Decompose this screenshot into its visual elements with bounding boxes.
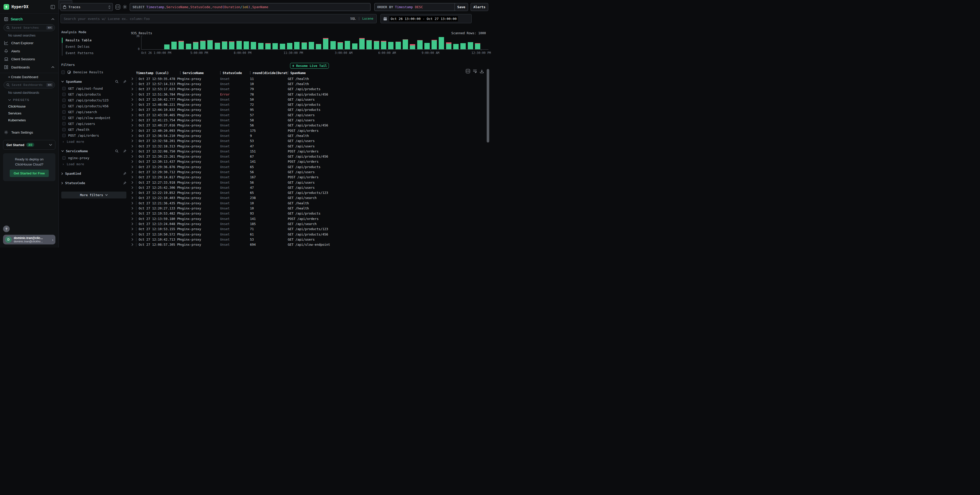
checkbox[interactable] xyxy=(62,93,65,96)
sidebar-item-team-settings[interactable]: Team Settings xyxy=(0,128,59,136)
table-row[interactable]: Oct 27 12:59:35.478 PM nginx-proxy Unset… xyxy=(131,76,485,81)
histogram-bar-slot[interactable] xyxy=(358,36,365,49)
table-row[interactable]: Oct 27 12:32:18.313 PM nginx-proxy Unset… xyxy=(131,143,485,149)
histogram-bar-slot[interactable] xyxy=(438,36,445,49)
table-row[interactable]: Oct 27 12:41:23.754 PM nginx-proxy Unset… xyxy=(131,118,485,123)
sidebar-item-dashboards[interactable]: Dashboards xyxy=(0,63,59,71)
column-header-servicename[interactable]: ServiceName xyxy=(180,71,220,75)
table-row[interactable]: Oct 27 12:32:58.201 PM nginx-proxy Unset… xyxy=(131,138,485,143)
table-row[interactable]: Oct 27 12:20:27.133 PM nginx-proxy Unset… xyxy=(131,205,485,211)
table-row[interactable]: Oct 27 12:32:08.750 PM nginx-proxy Unset… xyxy=(131,149,485,154)
get-started-free-button[interactable]: Get Started for Free xyxy=(10,170,49,177)
collapse-sidebar-icon[interactable] xyxy=(51,5,55,9)
checkbox[interactable] xyxy=(61,70,65,74)
servicename-load-more[interactable]: ›Load more xyxy=(61,161,126,166)
histogram-bar-slot[interactable] xyxy=(474,36,481,49)
expand-row-icon[interactable] xyxy=(131,217,136,220)
table-row[interactable]: Oct 27 12:30:13.437 PM nginx-proxy Unset… xyxy=(131,159,485,164)
pin-icon[interactable] xyxy=(123,181,126,185)
histogram-bar-slot[interactable] xyxy=(192,36,199,49)
histogram-bar-slot[interactable] xyxy=(416,36,423,49)
expand-row-icon[interactable] xyxy=(131,196,136,199)
table-row[interactable]: Oct 27 12:22:19.852 PM nginx-proxy Unset… xyxy=(131,190,485,196)
expand-row-icon[interactable] xyxy=(131,233,136,236)
histogram-bar-slot[interactable] xyxy=(163,36,170,49)
checkbox[interactable] xyxy=(62,156,65,160)
column-header-duration[interactable]: round(divide(Duration, xyxy=(250,71,288,75)
filter-group-servicename[interactable]: ServiceName xyxy=(61,149,126,153)
mode-results-table[interactable]: Results Table xyxy=(62,37,126,43)
table-row[interactable]: Oct 27 12:10:42.713 PM nginx-proxy Unset… xyxy=(131,237,485,242)
table-row[interactable]: Oct 27 12:29:30.712 PM nginx-proxy Unset… xyxy=(131,169,485,175)
column-resize-handle[interactable] xyxy=(180,71,181,74)
table-row[interactable]: Oct 27 12:50:42.777 PM nginx-proxy Unset… xyxy=(131,97,485,102)
histogram-bar-slot[interactable] xyxy=(329,36,337,49)
filter-checkbox-item[interactable]: GET /health xyxy=(61,127,126,132)
histogram-bar-slot[interactable] xyxy=(185,36,192,49)
checkbox[interactable] xyxy=(62,105,65,108)
histogram-bar-slot[interactable] xyxy=(351,36,358,49)
get-started-toggle[interactable]: Get Started 3/3 xyxy=(3,140,56,150)
filter-checkbox-item[interactable]: GET /api/search xyxy=(61,109,126,115)
histogram-bar-slot[interactable] xyxy=(301,36,308,49)
expand-row-icon[interactable] xyxy=(131,223,136,225)
filter-checkbox-item[interactable]: GET /api/users xyxy=(61,121,126,127)
column-resize-handle[interactable] xyxy=(250,71,250,74)
search-icon[interactable] xyxy=(115,80,118,83)
expand-row-icon[interactable] xyxy=(131,155,136,158)
histogram-bar-slot[interactable] xyxy=(467,36,474,49)
table-row[interactable]: Oct 27 12:19:53.482 PM nginx-proxy Unset… xyxy=(131,211,485,216)
histogram-bar-slot[interactable] xyxy=(293,36,301,49)
checkbox[interactable] xyxy=(62,110,65,114)
histogram-bar-slot[interactable] xyxy=(431,36,438,49)
mode-event-patterns[interactable]: Event Patterns xyxy=(62,50,126,56)
table-row[interactable]: Oct 27 12:44:10.832 PM nginx-proxy Unset… xyxy=(131,107,485,112)
pin-icon[interactable] xyxy=(123,80,126,83)
expand-row-icon[interactable] xyxy=(131,181,136,184)
histogram-bar-slot[interactable] xyxy=(214,36,221,49)
filter-group-spankind[interactable]: SpanKind xyxy=(61,172,126,175)
histogram-bar-slot[interactable] xyxy=(286,36,293,49)
source-selector[interactable]: Traces xyxy=(60,3,113,11)
histogram-bar-slot[interactable] xyxy=(315,36,322,49)
table-row[interactable]: Oct 27 12:10:50.572 PM nginx-proxy Unset… xyxy=(131,232,485,237)
table-row[interactable]: Oct 27 12:13:24.048 PM nginx-proxy Unset… xyxy=(131,221,485,226)
histogram-bar-slot[interactable] xyxy=(170,36,177,49)
expand-row-icon[interactable] xyxy=(131,83,136,85)
chevron-up-icon[interactable] xyxy=(51,66,54,68)
histogram-bar-slot[interactable] xyxy=(366,36,373,49)
sidebar-item-alerts[interactable]: Alerts xyxy=(0,47,59,55)
histogram-bar-slot[interactable] xyxy=(243,36,250,49)
expand-row-icon[interactable] xyxy=(131,228,136,231)
expand-row-icon[interactable] xyxy=(131,119,136,122)
gear-icon[interactable] xyxy=(123,5,127,9)
checkbox[interactable] xyxy=(62,99,65,102)
table-row[interactable]: Oct 27 12:29:36.876 PM nginx-proxy Unset… xyxy=(131,164,485,169)
code-view-icon[interactable] xyxy=(115,5,120,10)
time-range-picker[interactable]: Oct 26 13:00:00 - Oct 27 13:00:00 xyxy=(380,14,472,23)
histogram-bar-slot[interactable] xyxy=(199,36,207,49)
scrollbar-thumb[interactable] xyxy=(487,69,489,143)
expand-row-icon[interactable] xyxy=(131,170,136,173)
lucene-mode-button[interactable]: Lucene xyxy=(362,17,373,21)
expand-row-icon[interactable] xyxy=(131,145,136,148)
expand-row-icon[interactable] xyxy=(131,114,136,116)
help-button[interactable]: ? xyxy=(3,226,10,232)
filter-checkbox-item[interactable]: GET /api/products/456 xyxy=(61,103,126,109)
expand-row-icon[interactable] xyxy=(131,238,136,241)
histogram-bar-slot[interactable] xyxy=(308,36,315,49)
column-header-spanname[interactable]: SpanName xyxy=(288,71,485,75)
expand-row-icon[interactable] xyxy=(131,166,136,168)
histogram-bar-slot[interactable] xyxy=(142,36,149,49)
histogram-bar-slot[interactable] xyxy=(156,36,163,49)
histogram-bar-slot[interactable] xyxy=(250,36,257,49)
filter-checkbox-item[interactable]: POST /api/orders xyxy=(61,132,126,138)
sidebar-item-client-sessions[interactable]: Client Sessions xyxy=(0,55,59,63)
expand-row-icon[interactable] xyxy=(131,88,136,91)
expand-row-icon[interactable] xyxy=(131,207,136,210)
histogram-bar-slot[interactable] xyxy=(423,36,431,49)
histogram-bar-slot[interactable] xyxy=(460,36,467,49)
filter-checkbox-item[interactable]: nginx-proxy xyxy=(61,155,126,161)
user-account-chip[interactable]: D dominic.tran@clic... dominic.tran@clic… xyxy=(3,235,56,244)
sidebar-item-search[interactable]: Search xyxy=(0,14,59,24)
